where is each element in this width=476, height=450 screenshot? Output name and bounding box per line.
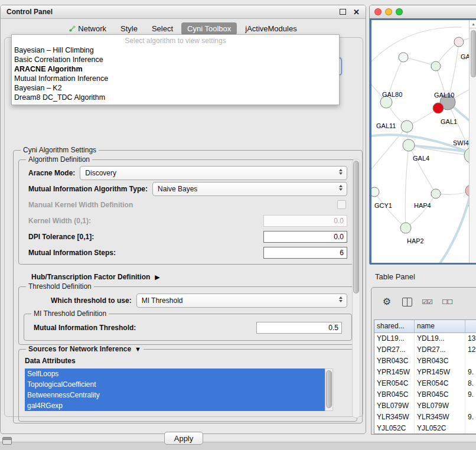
scrollbar-thumb[interactable] (326, 370, 332, 408)
network-node[interactable] (431, 189, 441, 198)
network-node[interactable] (431, 61, 441, 71)
table-cell: YPR145W (415, 367, 465, 378)
column-header[interactable]: name (415, 320, 465, 333)
kernel-width-field[interactable] (263, 215, 347, 227)
mi-type-select[interactable]: Naive Bayes (152, 182, 347, 196)
tab-select[interactable]: Select (146, 22, 179, 35)
collapse-down-icon[interactable]: ▼ (135, 345, 141, 353)
docked-window-icon[interactable] (2, 437, 12, 445)
node-table: shared...name YDL19...YDL19...13YDR27...… (374, 319, 476, 434)
table-cell (465, 423, 476, 434)
algorithm-option[interactable]: Bayesian – K2 (12, 83, 339, 93)
control-panel-titlebar: Control Panel ✕ (1, 5, 366, 19)
network-node[interactable] (371, 187, 379, 197)
algorithm-option[interactable]: ARACNE Algorithm (12, 64, 339, 74)
column-header[interactable]: shared... (374, 320, 415, 333)
attribute-item[interactable]: SelfLoops (25, 369, 325, 379)
algorithm-option[interactable]: Mutual Information Inference (12, 74, 339, 83)
tab-jactivemodules[interactable]: jActiveModules (239, 22, 302, 35)
attributes-scrollbar[interactable] (325, 369, 333, 411)
algorithm-option[interactable]: Bayesian – Hill Climbing (12, 45, 339, 55)
table-cell: YDR27... (374, 344, 415, 356)
table-row[interactable]: YJL052CYJL052C (374, 423, 476, 434)
algorithm-option[interactable]: Basic Correlation Inference (12, 55, 339, 64)
network-edge-thin (374, 192, 406, 228)
table-row[interactable]: YPR145WYPR145W9. (374, 367, 476, 378)
mi-threshold-definition-title: MI Threshold Definition (31, 309, 109, 318)
network-node[interactable] (403, 139, 415, 151)
tab-label: Style (120, 24, 138, 33)
scrollbar-thumb[interactable] (471, 30, 476, 77)
mi-threshold-row: Mutual Information Threshold: (29, 319, 347, 337)
attribute-item[interactable]: BetweennessCentrality (25, 390, 325, 400)
mi-steps-field[interactable] (263, 247, 347, 259)
tab-network[interactable]: Network (63, 22, 112, 35)
minimize-traffic-light[interactable] (385, 8, 392, 15)
settings-scrollbar[interactable] (352, 159, 360, 418)
attribute-item[interactable]: TopologicalCoefficient (25, 379, 325, 390)
tab-cyni-toolbox[interactable]: Cyni Toolbox (181, 22, 237, 35)
node-label: GAL4 (413, 155, 429, 162)
network-node[interactable] (433, 103, 444, 113)
dpi-tolerance-field[interactable] (263, 231, 347, 243)
select-rows-button[interactable]: ☑☑ (421, 296, 433, 308)
table-row[interactable]: YLR345WYLR345W9. (374, 412, 476, 423)
control-panel-title: Control Panel (6, 8, 53, 16)
threshold-definition-group: Threshold Definition Which threshold to … (18, 282, 357, 345)
float-window-icon[interactable] (340, 9, 346, 15)
which-threshold-select[interactable]: MI Threshold (136, 294, 347, 308)
network-node[interactable] (399, 53, 408, 62)
columns-button[interactable] (401, 296, 413, 308)
network-node[interactable] (380, 96, 392, 108)
combo-arrows-icon (339, 169, 343, 175)
attribute-item[interactable]: gal4RGexp (25, 400, 325, 411)
network-node[interactable] (401, 120, 413, 132)
table-row[interactable]: YDR27...YDR27...12 (374, 344, 476, 356)
tab-style[interactable]: Style (115, 22, 144, 35)
network-canvas[interactable]: GAL7GAL80GAL10GAL1GAL11SWI4GAL4GCY1HAP4Y… (370, 18, 476, 265)
mi-threshold-field[interactable] (256, 322, 342, 334)
tab-label: Network (78, 24, 106, 33)
table-row[interactable]: YBR045CYBR045C9. (374, 389, 476, 400)
mi-steps-label: Mutual Information Steps: (28, 249, 116, 257)
close-traffic-light[interactable] (374, 8, 382, 15)
checked-boxes-icon: ☑☑ (422, 298, 432, 306)
network-svg[interactable]: GAL7GAL80GAL10GAL1GAL11SWI4GAL4GCY1HAP4Y… (371, 20, 476, 263)
algorithm-option[interactable]: Dream8 DC_TDC Algorithm (12, 93, 339, 102)
table-row[interactable]: YBL079WYBL079W (374, 400, 476, 412)
data-attributes-list[interactable]: SelfLoopsTopologicalCoefficientBetweenne… (25, 369, 325, 411)
table-cell (465, 356, 476, 367)
gear-button[interactable]: ⚙ (381, 296, 393, 308)
algorithm-popup-placeholder: Select algorithm to view settings (12, 36, 339, 45)
network-node[interactable] (454, 37, 464, 47)
aracne-mode-select[interactable]: Discovery (80, 166, 347, 180)
table-row[interactable]: YDL19...YDL19...13 (374, 333, 476, 344)
mi-threshold-definition-group: MI Threshold Definition Mutual Informati… (24, 309, 352, 341)
table-row[interactable]: YBR043CYBR043C (374, 356, 476, 367)
table-cell: YDL19... (374, 333, 415, 344)
clear-rows-button[interactable]: ☐☐ (441, 296, 453, 308)
sources-title-row[interactable]: Sources for Network Inference ▼ (26, 345, 144, 353)
network-window-titlebar (370, 5, 476, 19)
scrollbar-thumb[interactable] (353, 161, 359, 294)
table-toolbar: ⚙ ☑☑ ☐☐ (371, 288, 476, 316)
dpi-tolerance-row: DPI Tolerance [0,1]: (24, 229, 352, 244)
scroll-up-icon[interactable]: ▲ (470, 20, 476, 28)
expand-right-icon[interactable]: ▶ (155, 273, 159, 281)
network-node[interactable] (400, 223, 411, 233)
hub-definition-section[interactable]: Hub/Transcription Factor Definition ▶ (31, 272, 357, 282)
apply-button[interactable]: Apply (164, 432, 203, 445)
close-icon[interactable]: ✕ (353, 8, 360, 16)
tab-label: Cyni Toolbox (187, 24, 231, 33)
table-cell: YLR345W (374, 412, 415, 423)
table-row[interactable]: YER054CYER054C8. (374, 378, 476, 389)
network-edge-thin (406, 194, 436, 228)
status-bar (0, 442, 476, 450)
manual-kernel-checkbox[interactable] (337, 200, 346, 209)
zoom-traffic-light[interactable] (396, 8, 403, 15)
which-threshold-value: MI Threshold (137, 296, 183, 305)
network-edge-thin (409, 145, 436, 194)
column-header[interactable] (465, 320, 476, 333)
node-label: GAL10 (434, 92, 454, 99)
network-scrollbar[interactable]: ▲ (469, 20, 476, 263)
